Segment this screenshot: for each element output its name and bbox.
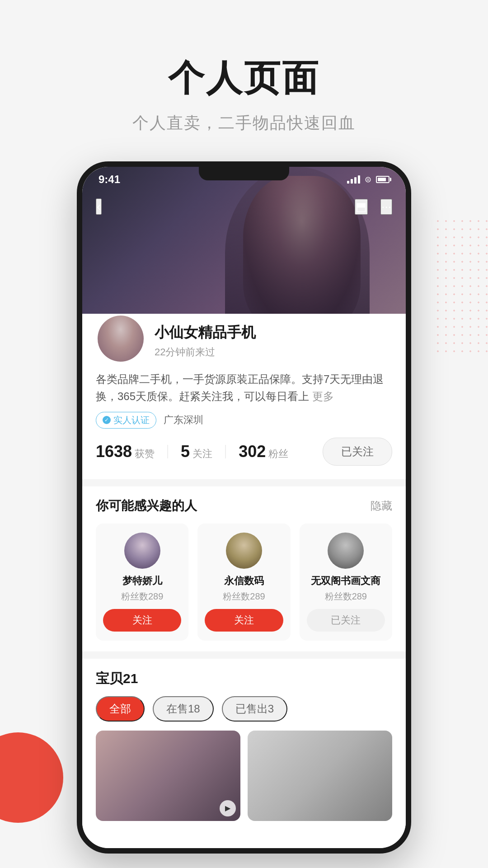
section-divider-2 — [82, 651, 406, 659]
suggested-avatar-3 — [328, 533, 364, 569]
following-label: 关注 — [192, 447, 212, 461]
status-time: 9:41 — [99, 173, 120, 186]
status-icons: ⊜ — [347, 175, 389, 184]
battery-icon — [376, 176, 389, 183]
stat-following: 5 关注 — [181, 442, 212, 461]
stat-likes: 1638 获赞 — [96, 442, 155, 461]
suggested-follow-3[interactable]: 已关注 — [307, 609, 385, 632]
bg-decoration-circle — [0, 732, 63, 823]
suggested-hide-button[interactable]: 隐藏 — [371, 499, 392, 513]
wifi-icon: ⊜ — [365, 175, 371, 184]
tab-sold[interactable]: 已售出3 — [222, 696, 287, 722]
phone-frame: 9:41 ⊜ ‹ ⬒ ··· — [77, 161, 411, 854]
phone-mockup: 9:41 ⊜ ‹ ⬒ ··· — [77, 161, 411, 854]
items-section: 宝贝21 全部 在售18 已售出3 ▶ — [82, 659, 406, 821]
suggested-list: 梦特娇儿 粉丝数289 关注 永信数码 粉丝数289 关注 无双阁书画文商 粉丝… — [96, 524, 392, 641]
suggested-name-1: 梦特娇儿 — [103, 574, 181, 588]
profile-header: 小仙女精品手机 22分钟前来过 — [96, 314, 392, 363]
stat-fans: 302 粉丝 — [239, 442, 288, 461]
signal-icon — [347, 175, 360, 184]
tab-on-sale[interactable]: 在售18 — [153, 696, 214, 722]
tab-all[interactable]: 全部 — [96, 696, 145, 722]
suggested-fans-3: 粉丝数289 — [325, 590, 367, 603]
suggested-avatar-2 — [226, 533, 262, 569]
avatar — [96, 314, 145, 363]
fans-count: 302 — [239, 442, 266, 461]
avatar-image — [98, 316, 144, 362]
back-button[interactable]: ‹ — [96, 198, 102, 215]
follow-button[interactable]: 已关注 — [323, 438, 392, 466]
more-button[interactable]: ··· — [380, 199, 392, 215]
profile-name: 小仙女精品手机 — [155, 323, 256, 343]
page-subtitle: 个人直卖，二手物品快速回血 — [132, 112, 356, 134]
suggested-card-1: 梦特娇儿 粉丝数289 关注 — [96, 524, 188, 641]
items-tabs: 全部 在售18 已售出3 — [96, 696, 392, 722]
suggested-follow-2[interactable]: 关注 — [205, 609, 283, 632]
item-card-1[interactable]: ▶ — [96, 731, 240, 821]
suggested-fans-1: 粉丝数289 — [121, 590, 163, 603]
suggested-fans-2: 粉丝数289 — [223, 590, 265, 603]
items-title: 宝贝21 — [96, 670, 392, 688]
play-icon: ▶ — [220, 800, 236, 816]
bottom-area — [82, 821, 406, 848]
stat-divider-2 — [225, 445, 226, 458]
suggested-title: 你可能感兴趣的人 — [96, 497, 197, 514]
bg-decoration-dots — [434, 217, 488, 353]
share-button[interactable]: ⬒ — [355, 199, 368, 215]
location-tag: 广东深圳 — [164, 413, 203, 427]
items-grid: ▶ — [96, 731, 392, 821]
fans-label: 粉丝 — [268, 447, 288, 461]
profile-name-area: 小仙女精品手机 22分钟前来过 — [155, 323, 256, 363]
stat-divider-1 — [167, 445, 168, 458]
following-count: 5 — [181, 442, 190, 461]
suggested-avatar-1 — [124, 533, 160, 569]
profile-bio: 各类品牌二手机，一手货源原装正品保障。支持7天无理由退换，365天质保。赶紧关注… — [96, 371, 392, 406]
suggested-section: 你可能感兴趣的人 隐藏 梦特娇儿 粉丝数289 关注 永信数码 粉丝数289 关… — [82, 486, 406, 651]
item-thumb-1: ▶ — [96, 731, 240, 821]
suggested-follow-1[interactable]: 关注 — [103, 609, 181, 632]
profile-section: 小仙女精品手机 22分钟前来过 各类品牌二手机，一手货源原装正品保障。支持7天无… — [82, 314, 406, 479]
bio-more-link[interactable]: 更多 — [312, 390, 334, 402]
profile-tags: ✓ 实人认证 广东深圳 — [96, 412, 392, 429]
suggested-header: 你可能感兴趣的人 隐藏 — [96, 497, 392, 514]
verified-icon: ✓ — [103, 416, 111, 424]
item-card-2[interactable] — [248, 731, 392, 821]
cover-nav: ‹ ⬒ ··· — [82, 192, 406, 222]
cover-image: ‹ ⬒ ··· — [82, 167, 406, 339]
nav-right-buttons: ⬒ ··· — [355, 199, 392, 215]
phone-notch — [199, 167, 289, 180]
profile-stats: 1638 获赞 5 关注 302 粉丝 已关注 — [96, 438, 392, 466]
likes-count: 1638 — [96, 442, 132, 461]
suggested-card-2: 永信数码 粉丝数289 关注 — [197, 524, 290, 641]
item-thumb-2 — [248, 731, 392, 821]
verified-tag: ✓ 实人认证 — [96, 412, 156, 429]
section-divider-1 — [82, 479, 406, 486]
page-title: 个人页面 — [132, 54, 356, 103]
page-header: 个人页面 个人直卖，二手物品快速回血 — [132, 54, 356, 134]
suggested-card-3: 无双阁书画文商 粉丝数289 已关注 — [300, 524, 392, 641]
suggested-name-3: 无双阁书画文商 — [307, 574, 385, 588]
suggested-name-2: 永信数码 — [205, 574, 283, 588]
profile-last-seen: 22分钟前来过 — [155, 345, 256, 359]
verified-label: 实人认证 — [113, 414, 150, 426]
likes-label: 获赞 — [135, 447, 155, 461]
